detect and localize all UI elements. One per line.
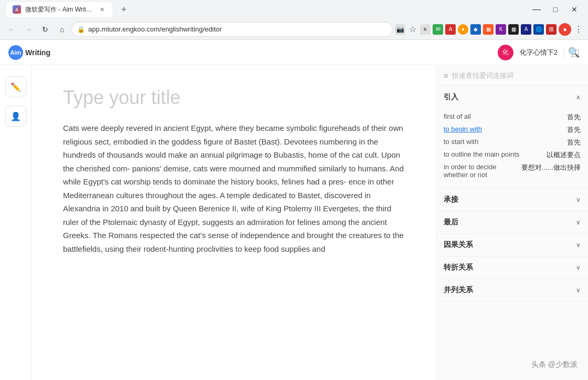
section-title-zhuanzhe: 转折关系 xyxy=(444,263,473,272)
editor-title-placeholder[interactable]: Type your title xyxy=(63,87,404,109)
phrase-english: first of all xyxy=(444,112,563,120)
tab-favicon: A xyxy=(13,5,21,14)
panel-section-zhuanzhe: 转折关系 ∨ xyxy=(436,256,588,279)
right-panel: ≡ 快速查找爱词连接词 引入 ∧ first of all首先to begin … xyxy=(436,66,588,380)
section-title-yinru: 引入 xyxy=(444,93,458,102)
home-button[interactable]: ⌂ xyxy=(55,22,69,37)
panel-search-placeholder: 快速查找爱词连接词 xyxy=(452,71,513,80)
editor-body[interactable]: Cats were deeply revered in ancient Egyp… xyxy=(63,121,404,255)
address-input[interactable]: 🔒 app.mtutor.engkoo.com/englishwriting/e… xyxy=(71,22,393,37)
panel-section-header-chengjie[interactable]: 承接 ∨ xyxy=(436,189,588,211)
search-icon-top[interactable]: 🔍 xyxy=(568,47,580,58)
phrase-chinese: 要想对......做出抉择 xyxy=(521,163,581,172)
panel-section-header-zuihou[interactable]: 最后 ∨ xyxy=(436,211,588,233)
ext4[interactable]: ● xyxy=(458,24,468,35)
tab-close-button[interactable]: ✕ xyxy=(98,5,106,14)
app-container: Aim Writing 化 化字心情下2 ⬚ 🔍 ✏️ 👤 Type your … xyxy=(0,40,588,380)
section-title-yinguogx: 因果关系 xyxy=(444,240,473,250)
section-chevron-zuihou: ∨ xyxy=(576,219,581,226)
refresh-button[interactable]: ↻ xyxy=(38,22,52,37)
app-header: Aim Writing 化 化字心情下2 ⬚ 🔍 xyxy=(0,40,588,65)
extension-icons: 📷 ☆ ≡ ✉ A ● ◆ ▦ K ▦ A 🌐 微 ● ⋮ xyxy=(395,23,584,36)
panel-search-icon: ≡ xyxy=(444,71,448,80)
phrase-chinese: 首先 xyxy=(567,138,581,147)
user-profile-icon[interactable]: ● xyxy=(559,23,571,36)
panel-section-zuihou: 最后 ∨ xyxy=(436,211,588,234)
user-name: 化字心情下2 xyxy=(520,48,558,57)
browser-tab[interactable]: A 微软爱写作 - Aim Writing ✕ xyxy=(6,2,112,17)
section-chevron-zhuanzhe: ∨ xyxy=(576,264,581,271)
lock-icon: 🔒 xyxy=(77,26,85,33)
phrase-chinese: 以概述要点 xyxy=(547,150,581,160)
section-chevron-yinguogx: ∨ xyxy=(576,241,581,249)
phrase-english: to start with xyxy=(444,138,563,146)
person-icon: 👤 xyxy=(10,111,21,121)
ext5[interactable]: ◆ xyxy=(470,24,481,35)
phrase-row: to begin with首先 xyxy=(444,125,581,135)
search-button-top[interactable]: 🔍 xyxy=(568,47,580,58)
pencil-button[interactable]: ✏️ xyxy=(5,76,26,97)
logo-writing-text: Writing xyxy=(25,48,50,57)
panel-search-bar[interactable]: ≡ 快速查找爱词连接词 xyxy=(436,66,588,86)
editor-area[interactable]: Type your title Cats were deeply revered… xyxy=(32,66,436,380)
section-title-zuihou: 最后 xyxy=(444,218,458,227)
sidebar: ✏️ 👤 xyxy=(0,66,32,380)
window-controls: — □ ✕ xyxy=(529,4,582,15)
ext7[interactable]: K xyxy=(496,24,506,35)
main-content: Type your title Cats were deeply revered… xyxy=(32,66,588,380)
phrase-english: in order to decide whether or not xyxy=(444,163,517,179)
ext6[interactable]: ▦ xyxy=(483,24,494,35)
section-content-yinru: first of all首先to begin with首先to start wi… xyxy=(436,108,588,188)
header-divider xyxy=(564,47,564,58)
window-close-button[interactable]: ✕ xyxy=(567,4,582,15)
person-button[interactable]: 👤 xyxy=(5,106,26,127)
ext9[interactable]: A xyxy=(521,24,531,35)
phrase-row: in order to decide whether or not要想对....… xyxy=(444,163,581,179)
back-button[interactable]: ← xyxy=(4,22,19,37)
forward-button[interactable]: → xyxy=(21,22,36,37)
header-right: 化 化字心情下2 ⬚ xyxy=(498,45,580,60)
panel-section-header-yinguogx[interactable]: 因果关系 ∨ xyxy=(436,234,588,256)
section-title-binglie: 并列关系 xyxy=(444,285,473,295)
phrase-row: to outline the main points以概述要点 xyxy=(444,150,581,160)
panel-section-binglie: 并列关系 ∨ xyxy=(436,279,588,302)
phrase-row: to start with首先 xyxy=(444,138,581,147)
panel-section-yinguogx: 因果关系 ∨ xyxy=(436,234,588,256)
panel-section-header-yinru[interactable]: 引入 ∧ xyxy=(436,86,588,108)
address-url: app.mtutor.engkoo.com/englishwriting/edi… xyxy=(88,25,387,33)
ext8[interactable]: ▦ xyxy=(508,24,519,35)
panel-section-header-zhuanzhe[interactable]: 转折关系 ∨ xyxy=(436,256,588,279)
section-chevron-binglie: ∨ xyxy=(576,286,581,294)
new-tab-button[interactable]: + xyxy=(117,2,131,17)
phrase-english: to outline the main points xyxy=(444,150,542,158)
pencil-icon: ✏️ xyxy=(10,82,21,92)
logo-aim-text: Aim xyxy=(10,49,22,56)
panel-section-chengjie: 承接 ∨ xyxy=(436,189,588,211)
phrase-english[interactable]: to begin with xyxy=(444,125,563,133)
window-maximize-button[interactable]: □ xyxy=(548,4,563,15)
ext2[interactable]: ✉ xyxy=(433,24,443,35)
logo-icon: Aim xyxy=(8,45,23,60)
phrase-chinese: 首先 xyxy=(567,112,581,122)
star-icon[interactable]: ☆ xyxy=(407,24,418,35)
panel-section-header-binglie[interactable]: 并列关系 ∨ xyxy=(436,279,588,301)
more-options-button[interactable]: ⋮ xyxy=(573,23,584,35)
window-minimize-button[interactable]: — xyxy=(529,4,544,15)
user-initials: 化 xyxy=(502,48,509,57)
panel-sections: 引入 ∧ first of all首先to begin with首先to sta… xyxy=(436,86,588,302)
section-chevron-chengjie: ∨ xyxy=(576,196,581,203)
ext10[interactable]: 🌐 xyxy=(533,24,544,35)
logo: Aim Writing xyxy=(8,45,50,60)
tab-title: 微软爱写作 - Aim Writing xyxy=(25,5,93,14)
section-chevron-yinru: ∧ xyxy=(576,94,581,101)
screenshot-ext[interactable]: 📷 xyxy=(395,24,405,35)
phrase-chinese: 首先 xyxy=(567,125,581,135)
section-title-chengjie: 承接 xyxy=(444,195,458,204)
ext3[interactable]: A xyxy=(445,24,456,35)
ext1[interactable]: ≡ xyxy=(420,24,430,35)
user-avatar: 化 xyxy=(498,45,513,60)
ext11[interactable]: 微 xyxy=(546,24,556,35)
panel-section-yinru: 引入 ∧ first of all首先to begin with首先to sta… xyxy=(436,86,588,189)
phrase-row: first of all首先 xyxy=(444,112,581,122)
address-bar-row: ← → ↻ ⌂ 🔒 app.mtutor.engkoo.com/englishw… xyxy=(0,19,588,40)
